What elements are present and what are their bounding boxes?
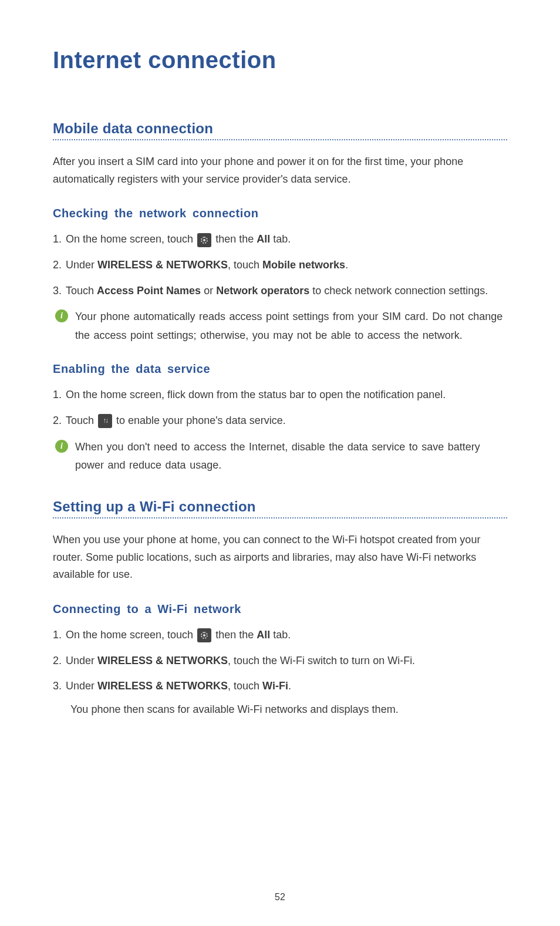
step-number: 1. xyxy=(53,231,66,248)
step-text: , touch xyxy=(228,680,262,692)
section-heading-mobile-data: Mobile data connection xyxy=(53,120,507,137)
sub-heading-connecting: Connecting to a Wi-Fi network xyxy=(53,602,507,616)
section-wifi: Setting up a Wi-Fi connection When you u… xyxy=(53,499,507,719)
step-number: 3. xyxy=(53,282,66,300)
divider xyxy=(53,139,507,140)
sub-heading-checking: Checking the network connection xyxy=(53,207,507,220)
info-icon: i xyxy=(55,309,68,322)
bold-word: WIRELESS & NETWORKS xyxy=(97,655,228,666)
step-text: tab. xyxy=(270,233,291,245)
data-toggle-icon xyxy=(98,414,112,428)
note-text: When you don't need to access the Intern… xyxy=(75,438,507,475)
step-text: . xyxy=(345,259,348,271)
step-1: 1.On the home screen, touch then the All… xyxy=(53,627,507,644)
settings-icon xyxy=(197,233,211,247)
note-block: i Your phone automatically reads access … xyxy=(53,308,507,345)
step-text: Under xyxy=(66,680,97,692)
step-text: On the home screen, touch xyxy=(66,233,196,245)
step-1: 1.On the home screen, flick down from th… xyxy=(53,386,507,404)
step-text: Under xyxy=(66,655,97,666)
step-text: or xyxy=(201,285,216,297)
step-3: 3.Under WIRELESS & NETWORKS, touch Wi-Fi… xyxy=(53,678,507,695)
step-text: then the xyxy=(212,233,257,245)
step-text: Touch xyxy=(66,415,97,426)
step-text: On the home screen, flick down from the … xyxy=(66,389,446,400)
step-text: Under xyxy=(66,259,97,271)
section-heading-wifi: Setting up a Wi-Fi connection xyxy=(53,499,507,515)
step-number: 2. xyxy=(53,412,66,430)
bold-word: All xyxy=(257,233,270,245)
bold-word: Mobile networks xyxy=(262,259,345,271)
bold-word: Wi-Fi xyxy=(262,680,288,692)
step-continuation: You phone then scans for available Wi-Fi… xyxy=(53,701,507,719)
section-intro: When you use your phone at home, you can… xyxy=(53,531,507,584)
step-text: , touch xyxy=(228,259,262,271)
bold-word: WIRELESS & NETWORKS xyxy=(97,680,228,692)
step-number: 2. xyxy=(53,652,66,670)
page-number: 52 xyxy=(275,892,285,903)
bold-word: Access Point Names xyxy=(97,285,201,297)
step-2: 2.Touch to enable your phone's data serv… xyxy=(53,412,507,430)
bold-word: WIRELESS & NETWORKS xyxy=(97,259,228,271)
note-block: i When you don't need to access the Inte… xyxy=(53,438,507,475)
step-text: to enable your phone's data service. xyxy=(113,415,286,426)
bold-word: Network operators xyxy=(216,285,309,297)
step-text: to check network connection settings. xyxy=(309,285,488,297)
step-text: tab. xyxy=(270,629,291,641)
step-text: On the home screen, touch xyxy=(66,629,196,641)
section-mobile-data: Mobile data connection After you insert … xyxy=(53,120,507,475)
step-number: 1. xyxy=(53,386,66,404)
section-intro: After you insert a SIM card into your ph… xyxy=(53,153,507,188)
step-number: 1. xyxy=(53,627,66,644)
step-1: 1.On the home screen, touch then the All… xyxy=(53,231,507,248)
info-icon: i xyxy=(55,440,68,453)
step-2: 2.Under WIRELESS & NETWORKS, touch Mobil… xyxy=(53,257,507,274)
note-text: Your phone automatically reads access po… xyxy=(75,308,507,345)
step-text: . xyxy=(288,680,291,692)
step-3: 3.Touch Access Point Names or Network op… xyxy=(53,282,507,300)
bold-word: All xyxy=(257,629,270,641)
page-title: Internet connection xyxy=(53,47,507,73)
settings-icon xyxy=(197,628,211,642)
step-text: , touch the Wi-Fi switch to turn on Wi-F… xyxy=(228,655,415,666)
step-text: then the xyxy=(212,629,257,641)
step-number: 3. xyxy=(53,678,66,695)
divider xyxy=(53,517,507,518)
step-text: Touch xyxy=(66,285,97,297)
step-2: 2.Under WIRELESS & NETWORKS, touch the W… xyxy=(53,652,507,670)
sub-heading-enabling: Enabling the data service xyxy=(53,362,507,376)
step-number: 2. xyxy=(53,257,66,274)
